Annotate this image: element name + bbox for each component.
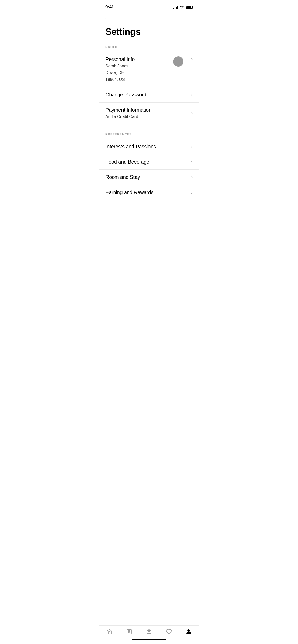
battery-icon (186, 6, 193, 9)
page-title: Settings (99, 24, 199, 43)
change-password-chevron-icon: › (191, 92, 193, 97)
food-beverage-title: Food and Beverage (105, 159, 191, 165)
room-stay-chevron-icon: › (191, 174, 193, 180)
wifi-icon (180, 5, 184, 9)
interests-passions-title: Interests and Passions (105, 144, 191, 150)
signal-bars-icon (173, 5, 178, 9)
back-button[interactable]: ← (99, 13, 116, 24)
status-time: 9:41 (105, 5, 114, 10)
payment-information-chevron-icon: › (191, 111, 193, 116)
personal-info-location: Dover, DE (105, 70, 191, 76)
avatar (173, 56, 183, 67)
section-gap (99, 124, 199, 130)
payment-information-left: Payment Information Add a Credit Card (105, 107, 191, 120)
room-stay-left: Room and Stay (105, 174, 191, 180)
food-beverage-chevron-icon: › (191, 159, 193, 165)
payment-information-row[interactable]: Payment Information Add a Credit Card › (99, 103, 199, 124)
profile-section-header: PROFILE (99, 43, 199, 52)
change-password-left: Change Password (105, 92, 191, 98)
food-beverage-left: Food and Beverage (105, 159, 191, 165)
preferences-section-header: PREFERENCES (99, 130, 199, 139)
earning-rewards-chevron-icon: › (191, 190, 193, 195)
status-icons (173, 5, 193, 9)
change-password-row[interactable]: Change Password › (99, 87, 199, 103)
personal-info-chevron-icon: › (191, 56, 193, 62)
back-arrow-icon: ← (104, 15, 110, 22)
personal-info-zip: 19904, US (105, 77, 191, 82)
room-stay-title: Room and Stay (105, 174, 191, 180)
food-beverage-row[interactable]: Food and Beverage › (99, 154, 199, 170)
interests-passions-left: Interests and Passions (105, 144, 191, 150)
personal-info-row[interactable]: Personal Info Sarah Jonas Dover, DE 1990… (99, 52, 199, 87)
payment-information-title: Payment Information (105, 107, 191, 113)
earning-rewards-title: Earning and Rewards (105, 189, 191, 195)
content-area: PROFILE Personal Info Sarah Jonas Dover,… (99, 43, 199, 225)
status-bar: 9:41 (99, 0, 199, 13)
interests-passions-row[interactable]: Interests and Passions › (99, 139, 199, 154)
change-password-title: Change Password (105, 92, 191, 98)
earning-rewards-left: Earning and Rewards (105, 189, 191, 195)
interests-passions-chevron-icon: › (191, 144, 193, 149)
earning-rewards-row[interactable]: Earning and Rewards › (99, 185, 199, 200)
payment-information-subtitle: Add a Credit Card (105, 114, 191, 120)
room-stay-row[interactable]: Room and Stay › (99, 170, 199, 185)
